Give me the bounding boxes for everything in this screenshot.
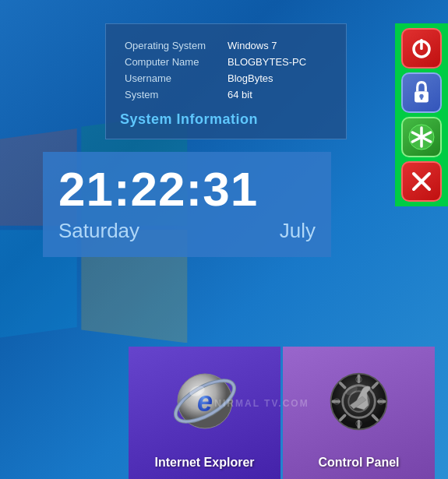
table-row: Username BlogBytes bbox=[122, 71, 330, 86]
asterisk-icon bbox=[408, 124, 435, 150]
action-panel bbox=[395, 23, 448, 206]
close-icon bbox=[410, 170, 433, 193]
ie-tile-label: Internet Explorer bbox=[154, 456, 254, 470]
clock-time: 21:22:31 bbox=[58, 163, 316, 216]
clock-day: Saturday bbox=[58, 219, 139, 243]
table-row: System 64 bit bbox=[122, 87, 330, 102]
power-button[interactable] bbox=[401, 28, 442, 69]
control-panel-tile[interactable]: Control Panel bbox=[283, 347, 435, 479]
cp-tile-label: Control Panel bbox=[318, 456, 399, 470]
desktop-background: Operating System Windows 7 Computer Name… bbox=[0, 0, 448, 479]
internet-explorer-tile[interactable]: e Internet Explorer bbox=[129, 347, 280, 479]
clock-panel: 21:22:31 Saturday July bbox=[43, 152, 331, 257]
svg-rect-4 bbox=[421, 96, 423, 99]
table-row: Computer Name BLOGBYTES-PC bbox=[122, 55, 330, 69]
system-label: System bbox=[122, 87, 223, 102]
system-info-title: System Information bbox=[120, 111, 332, 128]
os-label: Operating System bbox=[122, 38, 223, 53]
watermark: NIRMAL TV.COM bbox=[129, 398, 395, 409]
refresh-button[interactable] bbox=[401, 117, 442, 157]
clock-month: July bbox=[280, 219, 316, 243]
power-icon bbox=[409, 36, 434, 61]
app-tiles-container: e Internet Explorer bbox=[129, 347, 435, 479]
computer-name-label: Computer Name bbox=[122, 55, 223, 69]
system-value: 64 bit bbox=[224, 87, 330, 102]
table-row: Operating System Windows 7 bbox=[122, 38, 330, 53]
computer-name-value: BLOGBYTES-PC bbox=[224, 55, 330, 69]
username-label: Username bbox=[122, 71, 223, 86]
svg-rect-1 bbox=[420, 39, 423, 50]
os-value: Windows 7 bbox=[224, 38, 330, 53]
lock-button[interactable] bbox=[401, 72, 442, 113]
username-value: BlogBytes bbox=[224, 71, 330, 86]
close-button[interactable] bbox=[401, 161, 442, 202]
system-info-table: Operating System Windows 7 Computer Name… bbox=[120, 37, 332, 104]
lock-icon bbox=[410, 80, 433, 105]
clock-date-row: Saturday July bbox=[58, 219, 316, 243]
system-info-panel: Operating System Windows 7 Computer Name… bbox=[105, 23, 347, 139]
